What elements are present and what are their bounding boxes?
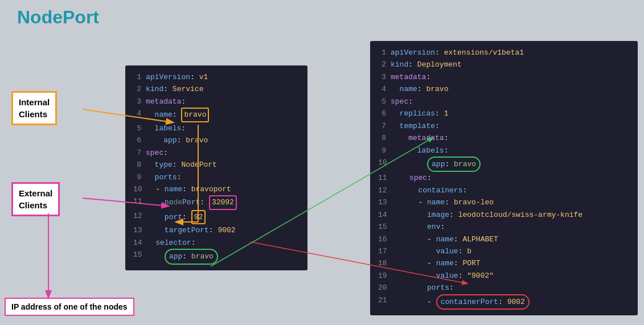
code-line: 3 metadata: <box>378 71 630 83</box>
code-line: 13 - name: bravo-leo <box>378 196 630 208</box>
code-line: 9 labels: <box>378 145 630 157</box>
code-line: 5 labels: <box>133 122 300 134</box>
code-line: 6 app: bravo <box>133 134 300 146</box>
code-line: 16 - name: ALPHABET <box>378 233 630 245</box>
code-line: 1 apiVersion: extensions/v1beta1 <box>378 47 630 59</box>
code-line: 1 apiVersion: v1 <box>133 71 300 83</box>
code-line: 7 spec: <box>133 147 300 159</box>
code-line: 10 - name: bravoport <box>133 183 300 195</box>
code-line: 12 port: 92 <box>133 210 300 224</box>
left-code-block: 1 apiVersion: v1 2 kind: Service 3 metad… <box>125 65 307 270</box>
external-clients-label: External Clients <box>11 182 60 216</box>
code-line: 18 - name: PORT <box>378 257 630 269</box>
right-code-block: 1 apiVersion: extensions/v1beta1 2 kind:… <box>370 41 638 315</box>
code-line: 11 spec: <box>378 172 630 184</box>
code-line: 9 ports: <box>133 171 300 183</box>
code-line: 4 name: bravo <box>133 108 300 122</box>
page-title: NodePort <box>17 7 99 28</box>
code-line: 17 value: b <box>378 245 630 257</box>
code-line: 8 type: NodePort <box>133 159 300 171</box>
code-line: 6 replicas: 1 <box>378 108 630 120</box>
code-line: 20 ports: <box>378 282 630 294</box>
code-line: 8 metadata: <box>378 132 630 144</box>
ip-address-label: IP address of one of the nodes <box>5 298 134 316</box>
code-line: 3 metadata: <box>133 96 300 108</box>
code-line: 12 containers: <box>378 184 630 196</box>
code-line: 14 selector: <box>133 237 300 249</box>
code-line: 4 name: bravo <box>378 83 630 95</box>
code-line: 21 - containerPort: 9002 <box>378 294 630 310</box>
code-line: 15 app: bravo <box>133 249 300 264</box>
code-line: 7 template: <box>378 120 630 132</box>
code-line: 14 image: leodotcloud/swiss-army-knife <box>378 209 630 221</box>
code-line: 19 value: "9002" <box>378 270 630 282</box>
code-line: 5 spec: <box>378 96 630 108</box>
code-line: 15 env: <box>378 221 630 233</box>
code-line: 2 kind: Service <box>133 83 300 95</box>
internal-clients-label: Internal Clients <box>11 91 57 125</box>
code-line: 10 app: bravo <box>378 157 630 172</box>
code-line: 11 nodePort: 32092 <box>133 195 300 209</box>
code-line: 2 kind: Deployment <box>378 59 630 71</box>
code-line: 13 targetPort: 9002 <box>133 224 300 236</box>
